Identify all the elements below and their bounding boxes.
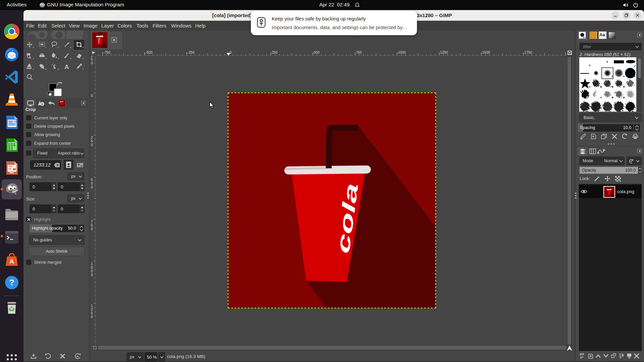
svg-text:A: A — [64, 63, 69, 70]
svg-text:i: i — [42, 103, 43, 106]
svg-text:-250: -250 — [187, 50, 195, 54]
svg-text:250: 250 — [272, 50, 278, 54]
svg-text:0: 0 — [91, 143, 93, 147]
svg-text:0: 0 — [91, 315, 93, 319]
svg-text:2000: 2000 — [567, 50, 567, 54]
svg-text:?: ? — [9, 278, 14, 287]
svg-text:500: 500 — [314, 50, 320, 54]
svg-text:1250: 1250 — [440, 50, 448, 54]
svg-text:1750: 1750 — [524, 50, 532, 54]
svg-text:-750: -750 — [103, 50, 110, 54]
svg-text:750: 750 — [356, 50, 362, 54]
svg-text:0: 0 — [91, 185, 93, 189]
svg-text:-500: -500 — [146, 50, 153, 54]
svg-text:1000: 1000 — [398, 50, 406, 54]
svg-text:0: 0 — [91, 227, 93, 231]
svg-text:A: A — [9, 258, 14, 265]
svg-text:1500: 1500 — [482, 50, 490, 54]
svg-text:0: 0 — [91, 94, 93, 98]
svg-text:0: 0 — [91, 61, 93, 65]
svg-text:0: 0 — [91, 273, 93, 277]
